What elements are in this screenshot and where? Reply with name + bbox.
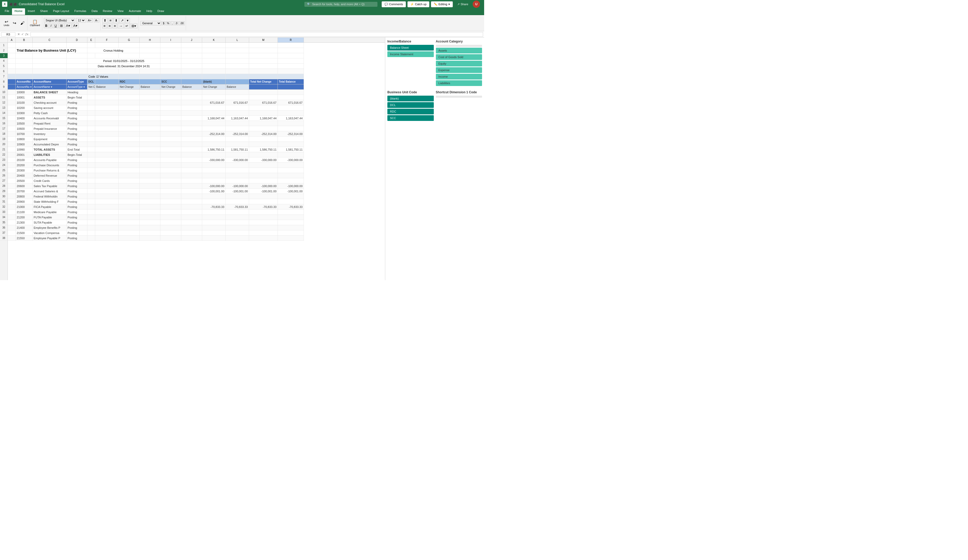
cell-18-F[interactable] (95, 131, 119, 137)
cell-25-I[interactable] (161, 168, 181, 173)
col-header-g[interactable]: G (119, 38, 139, 43)
search-bar[interactable]: 🔍 Search for tools, help, and more (Alt … (304, 2, 378, 7)
cell-36-G[interactable] (119, 225, 139, 230)
cell-27-G[interactable] (119, 178, 139, 183)
scc-filter[interactable]: SCC (387, 115, 434, 121)
cell-22-C[interactable]: LIABILITIES (33, 152, 66, 157)
cell-10-M[interactable] (249, 90, 278, 95)
cell-21-F[interactable] (95, 147, 119, 152)
font-family-select[interactable]: Segoe UI (Body) (44, 18, 75, 23)
cell-20-H[interactable] (139, 142, 161, 147)
cell-6-B[interactable] (16, 69, 33, 74)
cell-14-H[interactable] (139, 111, 161, 116)
cell-11-I[interactable] (161, 95, 181, 100)
border-button[interactable]: ⊞ (59, 23, 64, 28)
cell-21-L[interactable]: 1,581,750.11 (225, 147, 249, 152)
cell-14-J[interactable] (181, 111, 202, 116)
cell-38-E[interactable] (87, 236, 95, 241)
cell-30-L[interactable] (225, 194, 249, 199)
cell-25-G[interactable] (119, 168, 139, 173)
cell-16-M[interactable] (249, 121, 278, 126)
cell-32-F[interactable] (95, 204, 119, 210)
cell-27-B[interactable]: 20500 (16, 178, 33, 183)
cogs-filter[interactable]: Cost of Goods Sold (436, 54, 482, 60)
cell-26-J[interactable] (181, 173, 202, 178)
cell-33-K[interactable] (202, 210, 225, 215)
cell-20-D[interactable]: Posting (66, 142, 87, 147)
comma-button[interactable]: , (171, 21, 174, 25)
cell-24-C[interactable]: Purchase Discounts (33, 163, 66, 168)
cell-1-D[interactable] (66, 43, 87, 48)
cell-23-J[interactable] (181, 157, 202, 163)
cell-28-C[interactable]: Sales Tax Payable (33, 183, 66, 189)
cell-37-J[interactable] (181, 230, 202, 236)
cell-22-E[interactable] (87, 152, 95, 157)
cell-1-B[interactable] (16, 43, 33, 48)
cell-25-L[interactable] (225, 168, 249, 173)
cell-36-I[interactable] (161, 225, 181, 230)
cell-20-L[interactable] (225, 142, 249, 147)
cell-25-E[interactable] (87, 168, 95, 173)
cell-18-M[interactable]: -252,314.00 (249, 131, 278, 137)
cell-12-L[interactable]: 671,016.67 (225, 100, 249, 105)
cell-16-A[interactable] (8, 121, 16, 126)
cell-1-A[interactable] (8, 43, 16, 48)
cell-23-D[interactable]: Posting (66, 157, 87, 163)
cell-34-H[interactable] (139, 215, 161, 220)
cell-12-E[interactable] (87, 100, 95, 105)
cell-34-G[interactable] (119, 215, 139, 220)
col-header-h[interactable]: H (139, 38, 161, 43)
cell-35-F[interactable] (95, 220, 119, 225)
cell-4-J[interactable] (181, 58, 202, 64)
align-top-button[interactable]: ⬆ (102, 18, 108, 23)
cell-22-K[interactable] (202, 152, 225, 157)
cell-2-F[interactable]: Cronus Holding (87, 48, 139, 53)
cell-4-C[interactable] (33, 58, 66, 64)
cell-18-J[interactable] (181, 131, 202, 137)
cell-29-N[interactable]: -100,001.00 (278, 189, 304, 194)
cell-36-L[interactable] (225, 225, 249, 230)
cell-1-I[interactable] (161, 43, 181, 48)
cell-13-J[interactable] (181, 105, 202, 111)
cell-27-L[interactable] (225, 178, 249, 183)
cell-5-B[interactable] (16, 64, 33, 69)
cell-28-I[interactable] (161, 183, 181, 189)
tab-review[interactable]: Review (100, 8, 115, 15)
cell-6-F[interactable] (95, 69, 119, 74)
cell-26-D[interactable]: Posting (66, 173, 87, 178)
decrease-decimal-button[interactable]: .00 (179, 21, 185, 25)
cell-23-I[interactable] (161, 157, 181, 163)
cell-32-J[interactable] (181, 204, 202, 210)
cell-35-K[interactable] (202, 220, 225, 225)
tab-share[interactable]: Share (38, 8, 50, 15)
col-header-d[interactable]: D (66, 38, 87, 43)
cell-2-M[interactable] (249, 48, 278, 53)
cell-2-N[interactable] (278, 48, 304, 53)
cell-10-D[interactable]: Heading (66, 90, 87, 95)
cell-16-H[interactable] (139, 121, 161, 126)
cell-6-H[interactable] (139, 69, 161, 74)
cell-13-L[interactable] (225, 105, 249, 111)
cell-30-G[interactable] (119, 194, 139, 199)
cell-37-D[interactable]: Posting (66, 230, 87, 236)
cell-27-F[interactable] (95, 178, 119, 183)
cell-13-G[interactable] (119, 105, 139, 111)
undo-button[interactable]: ↩Undo (3, 17, 10, 30)
cell-34-B[interactable]: 21200 (16, 215, 33, 220)
cell-13-H[interactable] (139, 105, 161, 111)
cell-15-B[interactable]: 10400 (16, 116, 33, 121)
cell-21-N[interactable]: 1,581,750.11 (278, 147, 304, 152)
cell-31-H[interactable] (139, 199, 161, 204)
cell-20-K[interactable] (202, 142, 225, 147)
cell-33-M[interactable] (249, 210, 278, 215)
cell-11-H[interactable] (139, 95, 161, 100)
align-center-button[interactable]: ≡ (108, 23, 112, 28)
cell-17-N[interactable] (278, 126, 304, 131)
cell-2-H[interactable] (139, 48, 161, 53)
cell-6-C[interactable] (33, 69, 66, 74)
share-button[interactable]: ↗ Share (454, 1, 471, 7)
expense-filter[interactable]: Expense (436, 67, 482, 73)
cell-35-D[interactable]: Posting (66, 220, 87, 225)
cell-23-B[interactable]: 20100 (16, 157, 33, 163)
cell-29-D[interactable]: Posting (66, 189, 87, 194)
